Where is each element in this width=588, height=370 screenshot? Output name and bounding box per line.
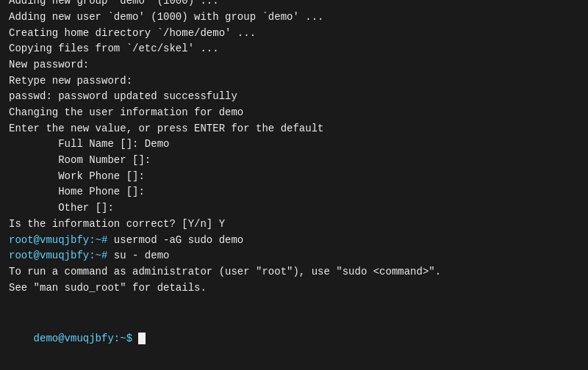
- line-18: root@vmuqjbfy:~# usermod -aG sudo demo: [9, 233, 579, 249]
- line-3: Adding new group `demo' (1000) ...: [9, 0, 579, 10]
- prompt-host-2: root@vmuqjbfy:~#: [9, 234, 107, 246]
- line-16: Other []:: [9, 200, 579, 217]
- line-9: passwd: password updated successfully: [9, 89, 579, 105]
- terminal-output: root@vmuqjbfy:~# adduser demo Adding use…: [9, 0, 579, 312]
- bottom-prompt-user: demo@vmuqjbfy:~: [34, 333, 126, 344]
- bottom-prompt-line[interactable]: demo@vmuqjbfy:~$: [9, 315, 579, 363]
- line-22: [9, 296, 579, 312]
- prompt-host-3: root@vmuqjbfy:~#: [9, 250, 107, 261]
- cmd-2: usermod -aG sudo demo: [107, 234, 243, 246]
- line-5: Creating home directory `/home/demo' ...: [9, 26, 579, 42]
- line-8: Retype new password:: [9, 73, 579, 90]
- line-10: Changing the user information for demo: [9, 105, 579, 121]
- line-12: Full Name []: Demo: [9, 137, 579, 153]
- line-20: To run a command as administrator (user …: [9, 264, 579, 280]
- line-7: New password:: [9, 57, 579, 73]
- bottom-prompt-space: [132, 333, 138, 344]
- line-21: See "man sudo_root" for details.: [9, 280, 579, 297]
- bottom-prompt-symbol: $: [126, 333, 132, 344]
- line-17: Is the information correct? [Y/n] Y: [9, 217, 579, 233]
- line-13: Room Number []:: [9, 153, 579, 169]
- cmd-3: su - demo: [107, 250, 169, 261]
- line-14: Work Phone []:: [9, 169, 579, 185]
- line-11: Enter the new value, or press ENTER for …: [9, 121, 579, 137]
- terminal-cursor[interactable]: [138, 333, 146, 344]
- line-15: Home Phone []:: [9, 184, 579, 200]
- line-4: Adding new user `demo' (1000) with group…: [9, 10, 579, 26]
- line-19: root@vmuqjbfy:~# su - demo: [9, 248, 579, 264]
- terminal-window: root@vmuqjbfy:~# adduser demo Adding use…: [0, 0, 588, 370]
- line-6: Copying files from `/etc/skel' ...: [9, 41, 579, 57]
